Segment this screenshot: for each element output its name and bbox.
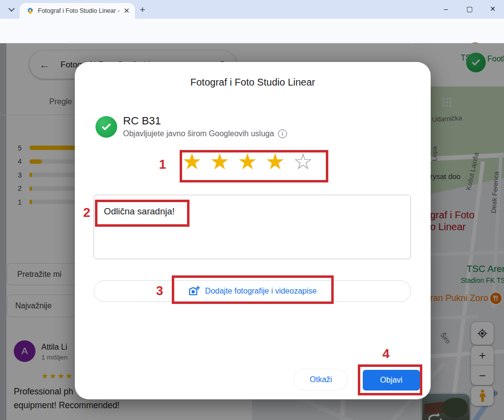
window-close-button[interactable]: ✕	[485, 5, 500, 13]
browser-window: Fotograf i Foto Studio Linear - G ✕ + – …	[0, 0, 504, 420]
browser-toolbar: ← → google.com/maps/place/Fotograf+i+Fot…	[0, 19, 504, 43]
annotation-box-1	[180, 150, 328, 182]
annotation-label-2: 2	[83, 205, 90, 220]
reviewer-display-name: RC B31	[123, 115, 161, 127]
annotation-box-4	[358, 364, 422, 395]
privacy-note: Objavljujete javno širom Googleovih uslu…	[123, 129, 287, 138]
annotation-box-2	[95, 200, 189, 227]
browser-tab[interactable]: Fotograf i Foto Studio Linear - G ✕	[20, 3, 135, 19]
privacy-note-text: Objavljujete javno širom Googleovih uslu…	[123, 129, 274, 138]
annotation-box-3	[172, 275, 334, 304]
dialog-title: Fotograf i Foto Studio Linear	[75, 77, 431, 88]
annotation-label-1: 1	[159, 157, 166, 172]
window-maximize-button[interactable]: ▢	[462, 5, 477, 13]
reviewer-check-avatar	[95, 116, 117, 138]
annotation-label-4: 4	[382, 346, 389, 361]
tab-close-icon[interactable]: ✕	[124, 6, 130, 15]
tab-title: Fotograf i Foto Studio Linear - G	[38, 7, 121, 14]
cancel-button[interactable]: Otkaži	[294, 369, 348, 390]
google-maps-favicon-icon	[27, 7, 34, 15]
titlebar: Fotograf i Foto Studio Linear - G ✕ + – …	[0, 0, 504, 19]
tab-search-button[interactable]	[5, 3, 18, 15]
chevron-down-icon	[8, 5, 15, 12]
annotation-label-3: 3	[156, 283, 163, 299]
window-minimize-button[interactable]: –	[439, 5, 453, 13]
new-tab-button[interactable]: +	[140, 4, 145, 15]
info-icon[interactable]: i	[278, 129, 287, 138]
